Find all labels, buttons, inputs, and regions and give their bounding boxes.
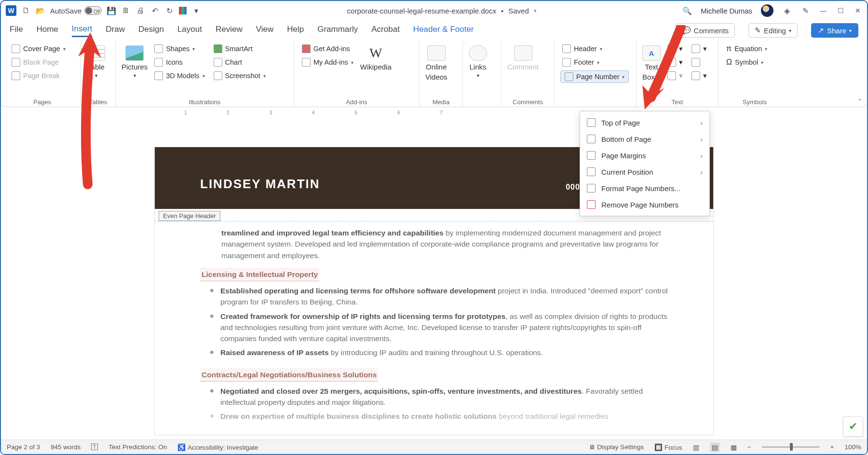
tab-grammarly[interactable]: Grammarly: [317, 25, 358, 36]
text-box-icon: A: [642, 45, 661, 61]
save-state[interactable]: Saved: [508, 7, 529, 15]
chart-button[interactable]: Chart: [212, 57, 268, 68]
quick-icon-1[interactable]: 🗎: [121, 6, 131, 15]
date-time-button[interactable]: [690, 57, 709, 68]
my-addins-button[interactable]: My Add-ins: [300, 57, 355, 68]
save-icon[interactable]: 💾: [107, 6, 116, 15]
redo-icon[interactable]: ↻: [164, 6, 174, 15]
tab-home[interactable]: Home: [36, 25, 58, 36]
status-predictions[interactable]: Text Predictions: On: [108, 443, 167, 451]
table-button[interactable]: Table▾: [87, 43, 105, 78]
search-icon[interactable]: 🔍: [682, 6, 692, 15]
qat-more-icon[interactable]: ▾: [191, 6, 201, 15]
header-tag: Even Page Header: [159, 211, 220, 221]
tab-view[interactable]: View: [256, 25, 274, 36]
current-position-icon: [587, 167, 596, 176]
view-print-icon[interactable]: ▤: [710, 442, 720, 452]
dd-format-page-numbers[interactable]: Format Page Numbers...: [580, 180, 709, 196]
color-grid-icon[interactable]: [179, 7, 187, 14]
links-button[interactable]: Links▾: [469, 43, 487, 78]
check-badge[interactable]: ✔: [843, 416, 863, 437]
undo-icon[interactable]: ↶: [150, 6, 160, 15]
comments-button[interactable]: 💬Comments: [676, 23, 735, 38]
quick-icon-2[interactable]: 🖨: [136, 6, 145, 15]
smartart-button[interactable]: SmartArt: [212, 43, 268, 54]
cover-page-button[interactable]: Cover Page: [10, 43, 68, 54]
dd-bottom-of-page[interactable]: Bottom of Page›: [580, 131, 709, 147]
pen-icon[interactable]: ✎: [800, 6, 810, 15]
shapes-button[interactable]: Shapes: [152, 43, 206, 54]
tab-acrobat[interactable]: Acrobat: [371, 25, 400, 36]
equation-button[interactable]: πEquation: [724, 43, 769, 54]
zoom-slider[interactable]: [762, 446, 820, 448]
status-page[interactable]: Page 2 of 3: [7, 443, 40, 451]
diamond-icon[interactable]: ◈: [782, 6, 792, 15]
save-state-caret[interactable]: ▾: [534, 8, 537, 14]
3d-models-button[interactable]: 3D Models: [152, 70, 206, 81]
page-top-icon: [587, 118, 596, 127]
blank-page-icon: [12, 58, 20, 67]
quick-parts-button[interactable]: ▾: [665, 43, 685, 54]
dd-page-margins[interactable]: Page Margins›: [580, 147, 709, 164]
tab-layout[interactable]: Layout: [177, 25, 202, 36]
status-accessibility[interactable]: ♿Accessibility: Investigate: [177, 443, 258, 451]
header-button[interactable]: Header: [560, 43, 629, 54]
symbol-button[interactable]: ΩSymbol: [724, 57, 769, 68]
tab-design[interactable]: Design: [138, 25, 164, 36]
maximize-button[interactable]: ☐: [836, 6, 845, 15]
pictures-button[interactable]: Pictures▾: [122, 43, 148, 78]
document-area: 1 2 3 4 5 6 7 LINDSEY MARTIN 000.000.000…: [1, 107, 867, 440]
object-button[interactable]: ▾: [690, 70, 709, 81]
status-words[interactable]: 945 words: [51, 443, 81, 451]
dd-top-of-page[interactable]: Top of Page›: [580, 114, 709, 131]
zoom-level[interactable]: 100%: [844, 443, 861, 451]
status-display-settings[interactable]: 🖥 Display Settings: [589, 443, 644, 451]
minimize-button[interactable]: —: [819, 6, 827, 15]
get-addins-button[interactable]: Get Add-ins: [300, 43, 355, 54]
video-icon: [427, 45, 446, 61]
text-box-button[interactable]: ATextBox ▾: [642, 43, 661, 82]
view-web-icon[interactable]: ▦: [731, 443, 737, 451]
share-button[interactable]: ↗Share▾: [811, 23, 858, 38]
status-lang-icon[interactable]: 🅃: [91, 443, 98, 451]
tab-help[interactable]: Help: [287, 25, 304, 36]
close-button[interactable]: ✕: [854, 6, 862, 15]
tab-header-footer[interactable]: Header & Footer: [413, 25, 474, 36]
view-read-icon[interactable]: ▥: [693, 443, 699, 451]
footer-button[interactable]: Footer: [560, 57, 629, 68]
screenshot-button[interactable]: Screenshot: [212, 70, 268, 81]
tab-file[interactable]: File: [10, 25, 23, 36]
cover-page-icon: [12, 44, 20, 53]
status-focus[interactable]: 🔲 Focus: [654, 443, 682, 451]
page-number-button[interactable]: Page Number: [560, 70, 629, 83]
wikipedia-button[interactable]: WWikipedia: [360, 43, 392, 71]
signature-line-button[interactable]: ▾: [690, 43, 709, 54]
page-break-button[interactable]: Page Break: [10, 70, 68, 81]
zoom-out-button[interactable]: −: [747, 443, 751, 451]
online-videos-button[interactable]: OnlineVideos: [425, 43, 448, 81]
page-number-icon: [565, 72, 573, 81]
tab-review[interactable]: Review: [216, 25, 243, 36]
section-contracts: Contracts/Legal Negotiations/Business So…: [200, 368, 378, 382]
editing-button[interactable]: ✎Editing▾: [748, 23, 798, 38]
wordart-button[interactable]: ▾: [665, 57, 685, 68]
avatar[interactable]: [761, 4, 773, 17]
zoom-in-button[interactable]: +: [830, 443, 834, 451]
horizontal-ruler[interactable]: 1 2 3 4 5 6 7: [160, 107, 857, 118]
icons-button[interactable]: Icons: [152, 57, 206, 68]
tab-insert[interactable]: Insert: [72, 24, 93, 37]
user-name[interactable]: Michelle Dumas: [701, 7, 752, 15]
dd-current-position[interactable]: Current Position›: [580, 164, 709, 180]
autosave-toggle[interactable]: AutoSave Off: [50, 6, 102, 15]
blank-page-button[interactable]: Blank Page: [10, 57, 68, 68]
drop-cap-button[interactable]: ▾: [665, 70, 685, 81]
title-bar: W 🗋 📂 AutoSave Off 💾 🗎 🖨 ↶ ↻ ▾ corporate…: [1, 1, 867, 20]
new-doc-icon[interactable]: 🗋: [21, 6, 31, 15]
comment-button[interactable]: Comment: [507, 43, 539, 71]
tab-draw[interactable]: Draw: [106, 25, 125, 36]
get-addins-icon: [302, 44, 311, 53]
collapse-ribbon-icon[interactable]: ⌄: [857, 95, 862, 102]
open-icon[interactable]: 📂: [36, 6, 45, 15]
document-name[interactable]: corporate-counsel-legal-resume-example.d…: [347, 7, 496, 15]
dd-remove-page-numbers[interactable]: Remove Page Numbers: [580, 196, 709, 213]
